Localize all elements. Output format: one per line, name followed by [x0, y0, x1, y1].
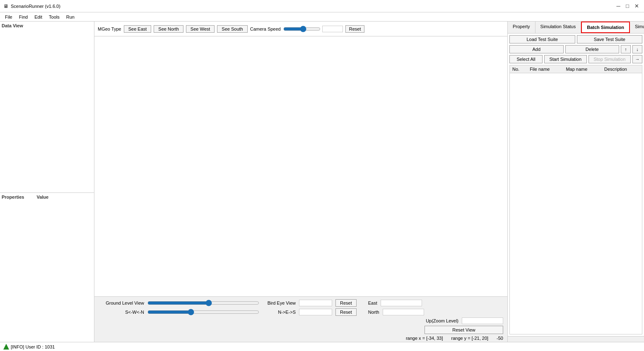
bottom-controls: Ground Level View Bird Eye View Reset Ea…: [94, 296, 507, 342]
center-panel: MGeo Type See East See North See West Se…: [94, 22, 507, 342]
tab-property[interactable]: Property: [508, 22, 535, 33]
col-mapname: Map name: [563, 65, 602, 73]
app-icon: 🖥: [3, 3, 8, 9]
main-layout: Data View Properties Value MGeo Type See…: [0, 22, 644, 342]
swn-slider[interactable]: [147, 309, 259, 315]
down-button[interactable]: ↓: [632, 45, 642, 53]
tab-batch-simulation[interactable]: Batch Simulation: [581, 22, 630, 33]
main-toolbar: MGeo Type See East See North See West Se…: [94, 22, 507, 36]
reset-view-row: Reset View: [99, 326, 503, 334]
tab-bar: Property Simulation Status Batch Simulat…: [508, 22, 644, 34]
save-test-suite-button[interactable]: Save Test Suite: [577, 35, 643, 43]
bird-eye-input[interactable]: [299, 300, 332, 306]
menu-edit[interactable]: Edit: [31, 14, 46, 20]
title-bar: 🖥 ScenarioRunner (v1.6.0) ─ □ ✕: [0, 0, 644, 12]
see-east-button[interactable]: See East: [124, 25, 152, 33]
north-input[interactable]: 0: [383, 309, 424, 315]
col-description: Description: [602, 65, 642, 73]
col-filename: File name: [527, 65, 563, 73]
properties-label: Properties: [2, 195, 24, 200]
nes-input[interactable]: [299, 309, 332, 315]
swn-label: S<-W<-N: [99, 310, 144, 315]
range-row: range x = [-34, 33] range y = [-21, 20] …: [99, 336, 503, 341]
data-view-header: Data View: [2, 23, 92, 28]
ground-level-label: Ground Level View: [99, 301, 144, 305]
bird-eye-reset-button[interactable]: Reset: [335, 299, 357, 307]
zoom-row: Up(Zoom Level) -50: [99, 317, 503, 324]
up-zoom-label: Up(Zoom Level): [426, 318, 458, 323]
swn-row: S<-W<-N N->E->S Reset North 0: [99, 308, 503, 316]
stop-simulation-button[interactable]: Stop Simulation: [589, 55, 631, 63]
camera-speed-input[interactable]: [322, 26, 343, 32]
camera-speed-slider[interactable]: [283, 26, 321, 32]
simulation-controls-row: Select All Start Simulation Stop Simulat…: [509, 55, 642, 63]
mgeo-type-label: MGeo Type: [98, 26, 121, 31]
reset-view-button[interactable]: Reset View: [425, 326, 503, 334]
north-label: North: [368, 310, 379, 315]
bird-eye-label: Bird Eye View: [263, 301, 296, 305]
data-view-panel: Data View: [0, 22, 94, 193]
status-icon[interactable]: [3, 344, 9, 350]
select-all-button[interactable]: Select All: [509, 55, 543, 63]
camera-speed-slider-container: [283, 26, 343, 32]
tab-simulati[interactable]: Simulati: [630, 22, 644, 33]
toolbar-reset-button[interactable]: Reset: [345, 25, 365, 33]
see-west-button[interactable]: See West: [186, 25, 215, 33]
range-x-label: range x = [-34, 33]: [406, 336, 443, 341]
menu-run[interactable]: Run: [63, 14, 78, 20]
up-button[interactable]: ↑: [621, 45, 631, 53]
load-save-row: Load Test Suite Save Test Suite: [509, 35, 642, 43]
left-panel: Data View Properties Value: [0, 22, 94, 342]
col-no: No.: [510, 65, 527, 73]
minimize-button[interactable]: ─: [614, 2, 622, 10]
right-panel: Property Simulation Status Batch Simulat…: [507, 22, 644, 342]
title-bar-left: 🖥 ScenarioRunner (v1.6.0): [3, 3, 60, 9]
delete-button[interactable]: Delete: [565, 45, 620, 53]
ground-level-slider[interactable]: [147, 300, 259, 306]
close-button[interactable]: ✕: [632, 2, 641, 10]
arrow-button[interactable]: →: [632, 55, 642, 63]
add-delete-row: Add Delete ↑ ↓: [509, 45, 642, 53]
nes-reset-button[interactable]: Reset: [335, 308, 357, 316]
app-title: ScenarioRunner (v1.6.0): [11, 4, 60, 9]
menu-find[interactable]: Find: [16, 14, 31, 20]
menu-bar: File Find Edit Tools Run: [0, 12, 644, 22]
title-bar-controls: ─ □ ✕: [614, 2, 641, 10]
menu-tools[interactable]: Tools: [46, 14, 63, 20]
properties-header: Properties Value: [2, 195, 92, 200]
load-test-suite-button[interactable]: Load Test Suite: [509, 35, 575, 43]
camera-speed-label: Camera Speed: [250, 26, 281, 31]
maximize-button[interactable]: □: [623, 2, 632, 10]
add-button[interactable]: Add: [509, 45, 564, 53]
data-view-label: Data View: [2, 23, 23, 28]
nes-label: N->E->S: [263, 310, 296, 315]
right-panel-content: Load Test Suite Save Test Suite Add Dele…: [508, 34, 644, 336]
viewport[interactable]: [94, 36, 507, 296]
value-label: Value: [36, 195, 48, 200]
up-zoom-input[interactable]: -50: [462, 317, 503, 324]
ground-level-row: Ground Level View Bird Eye View Reset Ea…: [99, 299, 503, 307]
see-north-button[interactable]: See North: [154, 25, 183, 33]
status-message: [INFO] User ID : 1031: [11, 344, 55, 349]
menu-file[interactable]: File: [2, 14, 16, 20]
properties-panel: Properties Value: [0, 193, 94, 342]
range-z-label: -50: [497, 336, 503, 341]
east-label: East: [368, 301, 377, 305]
see-south-button[interactable]: See South: [217, 25, 247, 33]
batch-simulation-table: No. File name Map name Description: [509, 65, 642, 334]
start-simulation-button[interactable]: Start Simulation: [544, 55, 587, 63]
tab-simulation-status[interactable]: Simulation Status: [535, 22, 581, 33]
right-scrollbar[interactable]: [508, 336, 644, 342]
range-y-label: range y = [-21, 20]: [451, 336, 489, 341]
status-bar: [INFO] User ID : 1031: [0, 342, 644, 351]
east-input[interactable]: 0: [381, 300, 422, 306]
